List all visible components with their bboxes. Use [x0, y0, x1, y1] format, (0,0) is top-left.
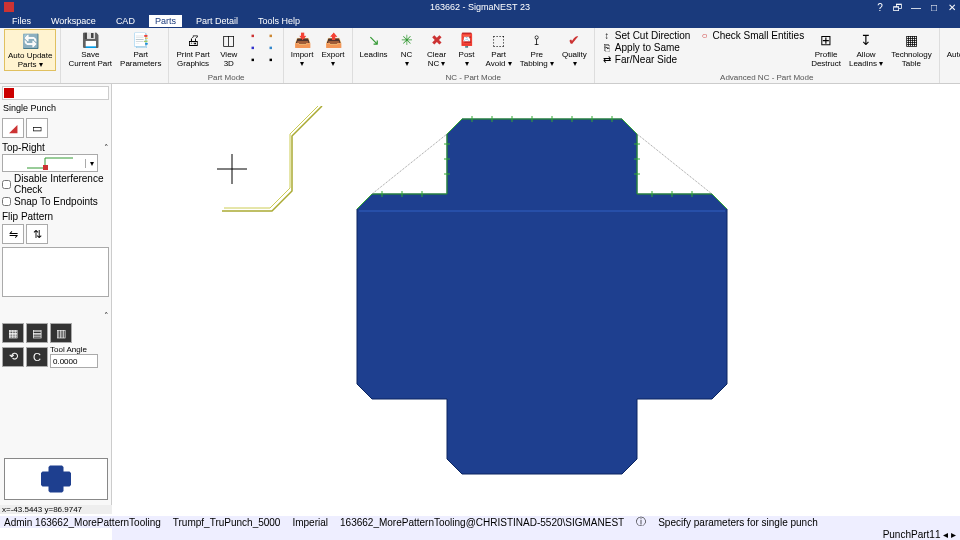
post-button[interactable]: 📮Post ▾: [453, 29, 481, 69]
snap-to-endpoints[interactable]: Snap To Endpoints: [2, 196, 109, 207]
apply-to-same[interactable]: ⎘Apply to Same: [599, 41, 693, 53]
import-button[interactable]: 📥Import ▾: [288, 29, 317, 69]
nc-icon: ✳: [397, 30, 417, 50]
part-thumbnail[interactable]: [4, 458, 108, 500]
side-panel: Single Punch ◢ ▭ Top-Right˄ ▾ Disable In…: [0, 84, 112, 512]
corner-combo[interactable]: ▾: [2, 154, 98, 172]
tab-parts[interactable]: Parts: [149, 15, 182, 27]
mini-tool-4[interactable]: ▪: [263, 29, 279, 41]
mini-tool-6[interactable]: ▪: [263, 53, 279, 65]
mini-tool-5[interactable]: ▪: [263, 41, 279, 53]
quality-button[interactable]: ✔Quality ▾: [559, 29, 590, 69]
svg-marker-3: [357, 119, 727, 474]
part-avoid-button[interactable]: ⬚Part Avoid ▾: [483, 29, 515, 69]
corner-label: Top-Right: [2, 142, 45, 153]
restore-down-icon[interactable]: 🗗: [892, 2, 904, 13]
svg-rect-0: [43, 165, 48, 170]
refresh-icon: 🔄: [20, 31, 40, 51]
minimize-icon[interactable]: —: [910, 2, 922, 13]
leadins-icon: ↘: [364, 30, 384, 50]
post-icon: 📮: [457, 30, 477, 50]
corner-preview-icon: [25, 156, 75, 170]
far-near-side[interactable]: ⇄Far/Near Side: [599, 53, 693, 65]
angle-btn-2[interactable]: C: [26, 347, 48, 367]
svg-marker-27: [41, 466, 71, 493]
auto-update-parts-button[interactable]: 🔄Auto Update Parts ▾: [4, 29, 56, 71]
export-button[interactable]: 📤Export ▾: [318, 29, 347, 69]
set-cut-direction[interactable]: ↕Set Cut Direction: [599, 29, 693, 41]
coordinate-readout: x=-43.5443 y=86.9747: [0, 505, 112, 514]
cube-icon: ◫: [219, 30, 239, 50]
mode-btn-1[interactable]: ▦: [2, 323, 24, 343]
tool-angle-input[interactable]: [50, 354, 98, 368]
tool-preview-2[interactable]: ▭: [26, 118, 48, 138]
pre-tabbing-button[interactable]: ⟟Pre Tabbing ▾: [517, 29, 557, 69]
part-geometry: [342, 104, 742, 484]
help-icon[interactable]: ?: [874, 2, 886, 13]
technology-table-button[interactable]: ▦Technology Table: [888, 29, 934, 69]
flip-pattern-label: Flip Pattern: [2, 211, 53, 222]
export-icon: 📤: [323, 30, 343, 50]
tool-icon: [4, 88, 14, 98]
speed-bar: PunchPart11 ◂ ▸: [112, 528, 960, 540]
disable-interference-check[interactable]: Disable Interference Check: [2, 173, 109, 195]
avoid-icon: ⬚: [489, 30, 509, 50]
status-bar: Admin 163662_MorePatternTooling Trumpf_T…: [0, 516, 960, 528]
status-user: Admin 163662_MorePatternTooling: [4, 517, 161, 528]
view-3d-button[interactable]: ◫View 3D: [215, 29, 243, 69]
mode-btn-3[interactable]: ▥: [50, 323, 72, 343]
ribbon: 🔄Auto Update Parts ▾ 💾Save Current Part …: [0, 28, 960, 84]
tab-cad[interactable]: CAD: [110, 15, 141, 27]
status-machine: Trumpf_TruPunch_5000: [173, 517, 281, 528]
clear-nc-icon: ✖: [427, 30, 447, 50]
save-current-part-button[interactable]: 💾Save Current Part: [65, 29, 115, 69]
tool-path-preview: [212, 106, 342, 216]
svg-line-4: [372, 134, 447, 194]
print-part-graphics-button[interactable]: 🖨Print Part Graphics: [173, 29, 212, 69]
mini-tool-1[interactable]: ▪: [245, 29, 261, 41]
chevron-down-icon: ▾: [85, 159, 97, 168]
close-icon[interactable]: ✕: [946, 2, 958, 13]
angle-btn-1[interactable]: ⟲: [2, 347, 24, 367]
tool-selector[interactable]: [2, 86, 109, 100]
pattern-list[interactable]: [2, 247, 109, 297]
auto-complete-nc-button[interactable]: ⚙Auto Complete NC: [944, 29, 960, 69]
params-icon: 📑: [131, 30, 151, 50]
tool-angle-label: Tool Angle: [50, 345, 98, 354]
maximize-icon[interactable]: □: [928, 2, 940, 13]
tab-workspace[interactable]: Workspace: [45, 15, 102, 27]
status-file: 163662_MorePatternTooling@CHRISTINAD-552…: [340, 517, 624, 528]
flip-vertical-button[interactable]: ⇅: [26, 224, 48, 244]
collapse-2[interactable]: ˄: [104, 311, 109, 321]
menu-bar: Files Workspace CAD Parts Part Detail To…: [0, 14, 960, 28]
svg-line-5: [637, 134, 712, 194]
part-parameters-button[interactable]: 📑Part Parameters: [117, 29, 164, 69]
status-units: Imperial: [292, 517, 328, 528]
mini-tool-2[interactable]: ▪: [245, 41, 261, 53]
status-info-icon: ⓘ: [636, 515, 646, 529]
profile-destruct-button[interactable]: ⊞Profile Destruct: [808, 29, 844, 69]
clear-nc-button[interactable]: ✖Clear NC ▾: [423, 29, 451, 69]
collapse-1[interactable]: ˄: [104, 143, 109, 153]
tool-preview-1[interactable]: ◢: [2, 118, 24, 138]
allow-leadins-button[interactable]: ↧Allow Leadins ▾: [846, 29, 886, 69]
print-icon: 🖨: [183, 30, 203, 50]
import-icon: 📥: [292, 30, 312, 50]
drawing-canvas[interactable]: [112, 84, 960, 512]
mini-tool-3[interactable]: ▪: [245, 53, 261, 65]
tab-icon: ⟟: [527, 30, 547, 50]
speedbar-item[interactable]: PunchPart11 ◂ ▸: [883, 529, 956, 540]
check-small-entities[interactable]: ○Check Small Entities: [696, 29, 806, 41]
mode-btn-2[interactable]: ▤: [26, 323, 48, 343]
quality-icon: ✔: [564, 30, 584, 50]
nc-button[interactable]: ✳NC ▾: [393, 29, 421, 69]
tab-tools-help[interactable]: Tools Help: [252, 15, 306, 27]
tab-files[interactable]: Files: [6, 15, 37, 27]
app-icon: [4, 2, 14, 12]
leadins-button[interactable]: ↘Leadins: [357, 29, 391, 69]
allow-leadins-icon: ↧: [856, 30, 876, 50]
table-icon: ▦: [901, 30, 921, 50]
tab-part-detail[interactable]: Part Detail: [190, 15, 244, 27]
flip-horizontal-button[interactable]: ⇋: [2, 224, 24, 244]
document-title: 163662 - SigmaNEST 23: [430, 2, 530, 12]
